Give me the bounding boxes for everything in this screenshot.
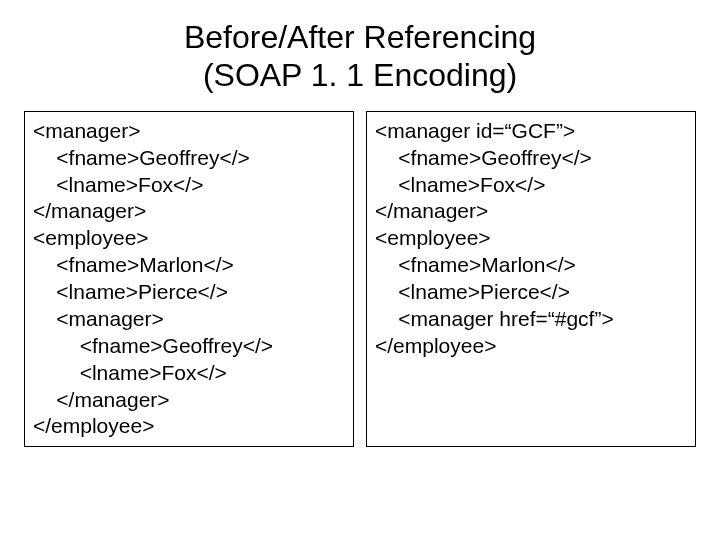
after-code-box: <manager id=“GCF”> <fname>Geoffrey</> <l…	[366, 111, 696, 448]
slide: Before/After Referencing (SOAP 1. 1 Enco…	[0, 0, 720, 540]
code-columns: <manager> <fname>Geoffrey</> <lname>Fox<…	[20, 111, 700, 448]
title-line-2: (SOAP 1. 1 Encoding)	[203, 57, 517, 93]
slide-title: Before/After Referencing (SOAP 1. 1 Enco…	[20, 18, 700, 95]
before-code-box: <manager> <fname>Geoffrey</> <lname>Fox<…	[24, 111, 354, 448]
title-line-1: Before/After Referencing	[184, 19, 536, 55]
